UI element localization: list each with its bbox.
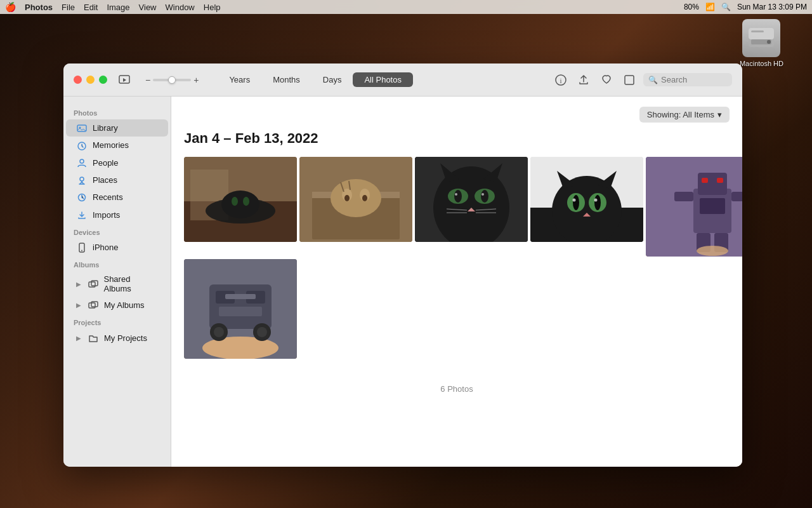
tab-years[interactable]: Years <box>218 72 261 87</box>
sidebar-label-iphone: iPhone <box>93 243 118 252</box>
showing-filter-button[interactable]: Showing: All Items ▾ <box>639 107 730 123</box>
search-icon-menubar[interactable]: 🔍 <box>721 3 731 11</box>
photo-item-4[interactable] <box>530 157 643 242</box>
sidebar-section-photos: Photos <box>63 104 171 119</box>
imports-icon <box>76 209 88 220</box>
sidebar-item-iphone[interactable]: iPhone <box>66 239 168 256</box>
sidebar-item-recents[interactable]: Recents <box>66 189 168 206</box>
zoom-thumb[interactable] <box>168 76 176 84</box>
search-icon: 🔍 <box>648 76 658 84</box>
menu-window[interactable]: Window <box>166 3 195 12</box>
menu-edit[interactable]: Edit <box>84 3 98 12</box>
svg-text:i: i <box>560 76 561 84</box>
sidebar-item-places[interactable]: Places <box>66 171 168 189</box>
svg-rect-70 <box>674 192 693 201</box>
app-menu-photos[interactable]: Photos <box>25 3 53 12</box>
sidebar-item-shared-albums[interactable]: ▶ Shared Albums <box>66 271 168 297</box>
sidebar-label-people: People <box>93 158 118 168</box>
photo-area: Showing: All Items ▾ Jan 4 – Feb 13, 202… <box>171 97 742 467</box>
share-button[interactable] <box>575 71 593 89</box>
svg-rect-18 <box>91 281 98 286</box>
sidebar-item-my-albums[interactable]: ▶ My Albums <box>66 297 168 314</box>
macintosh-hd-label: Macintosh HD <box>740 60 783 67</box>
menu-help[interactable]: Help <box>204 3 221 12</box>
svg-rect-8 <box>625 76 634 84</box>
svg-point-60 <box>573 199 576 202</box>
sidebar-item-imports[interactable]: Imports <box>66 206 168 223</box>
search-box[interactable]: 🔍 <box>643 73 732 86</box>
svg-rect-19 <box>89 303 95 308</box>
menu-view[interactable]: View <box>139 3 157 12</box>
minimize-button[interactable] <box>86 76 95 84</box>
tab-all-photos[interactable]: All Photos <box>353 72 413 87</box>
maximize-button[interactable] <box>99 76 107 84</box>
search-input[interactable] <box>661 75 727 84</box>
svg-point-37 <box>362 195 367 201</box>
zoom-track[interactable] <box>153 79 191 81</box>
svg-point-26 <box>232 197 238 206</box>
sidebar-label-recents: Recents <box>93 192 123 202</box>
svg-rect-4 <box>751 30 764 32</box>
zoom-slider[interactable]: − + <box>145 75 199 85</box>
macintosh-hd-icon[interactable]: Macintosh HD <box>740 19 783 67</box>
library-icon <box>76 123 88 133</box>
svg-rect-82 <box>219 307 262 316</box>
sidebar-label-my-projects: My Projects <box>104 333 147 343</box>
svg-point-59 <box>594 195 601 210</box>
tab-days[interactable]: Days <box>311 72 353 87</box>
menu-file[interactable]: File <box>62 3 75 12</box>
datetime: Sun Mar 13 3:09 PM <box>737 3 807 11</box>
sidebar-section-devices: Devices <box>63 224 171 239</box>
photos-window: − + Years Months Days All Photos i <box>63 64 742 467</box>
photo-item-2[interactable] <box>299 157 412 242</box>
rotate-button[interactable] <box>620 71 638 89</box>
slideshow-button[interactable] <box>115 70 134 90</box>
menu-image[interactable]: Image <box>107 3 129 12</box>
svg-point-13 <box>80 177 84 181</box>
info-button[interactable]: i <box>552 71 570 89</box>
menubar: 🍎 Photos File Edit Image View Window Hel… <box>0 0 812 14</box>
photo-row-1 <box>184 157 730 257</box>
svg-point-44 <box>454 190 462 203</box>
photo-item-5[interactable] <box>646 157 742 257</box>
main-area: Photos Library Memories <box>63 97 742 467</box>
my-albums-icon <box>88 300 99 311</box>
toolbar-right: i <box>552 71 732 89</box>
svg-rect-74 <box>700 198 725 214</box>
traffic-lights <box>74 76 107 84</box>
sidebar-label-my-albums: My Albums <box>104 300 145 310</box>
showing-bar: Showing: All Items ▾ <box>184 107 730 123</box>
sidebar-item-memories[interactable]: Memories <box>66 137 168 154</box>
sidebar-section-albums: Albums <box>63 256 171 271</box>
battery-status: 80% <box>684 3 699 11</box>
wifi-icon: 📶 <box>705 3 715 11</box>
photo-item-1[interactable] <box>184 157 297 242</box>
photo-item-6[interactable] <box>184 259 297 359</box>
sidebar-item-people[interactable]: People <box>66 154 168 171</box>
svg-point-25 <box>221 190 259 218</box>
close-button[interactable] <box>74 76 82 84</box>
sidebar-item-library[interactable]: Library <box>66 119 168 137</box>
svg-point-86 <box>257 327 267 337</box>
showing-label: Showing: All Items <box>647 110 714 119</box>
zoom-minus-button[interactable]: − <box>145 75 150 85</box>
favorite-button[interactable] <box>598 71 615 89</box>
zoom-plus-button[interactable]: + <box>193 75 199 85</box>
svg-rect-20 <box>91 302 98 307</box>
hard-drive-icon <box>742 19 780 57</box>
svg-point-16 <box>81 250 82 251</box>
view-tabs: Years Months Days All Photos <box>218 72 413 87</box>
sidebar-label-places: Places <box>93 175 117 185</box>
titlebar: − + Years Months Days All Photos i <box>63 64 742 97</box>
photo-item-3[interactable] <box>415 157 528 242</box>
desktop: 🍎 Photos File Edit Image View Window Hel… <box>0 0 812 508</box>
sidebar-item-my-projects[interactable]: ▶ My Projects <box>66 329 168 346</box>
recents-icon <box>76 192 88 203</box>
svg-rect-68 <box>702 178 708 183</box>
chevron-my-albums: ▶ <box>76 302 81 309</box>
tab-months[interactable]: Months <box>261 72 311 87</box>
sidebar: Photos Library Memories <box>63 97 171 467</box>
apple-menu[interactable]: 🍎 <box>5 2 16 12</box>
showing-chevron-icon: ▾ <box>717 110 722 119</box>
svg-point-45 <box>481 190 488 203</box>
